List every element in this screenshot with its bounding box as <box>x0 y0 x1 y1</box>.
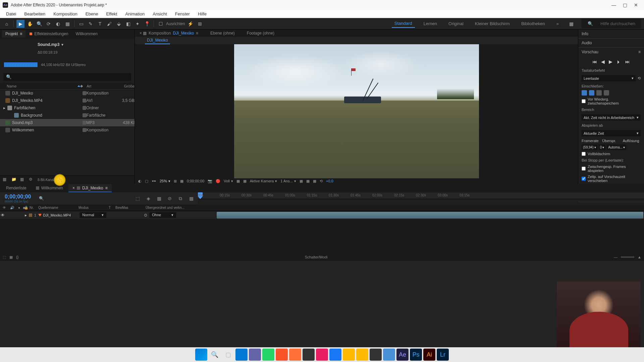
snap-options[interactable]: ⚡ <box>186 20 195 28</box>
project-item[interactable]: WillkommenKomposition <box>0 126 135 134</box>
menu-file[interactable]: Datei <box>3 11 19 17</box>
project-item[interactable]: Sound.mp3MP3438 KI <box>0 119 135 126</box>
switches-label[interactable]: Schalter/Modi <box>305 255 327 259</box>
maximize-icon[interactable]: ▢ <box>623 2 627 8</box>
shortcut-dropdown[interactable]: Leertaste▾ <box>582 75 636 81</box>
col-type[interactable]: Art <box>87 84 118 88</box>
views-dropdown[interactable]: 1 Ans... ▾ <box>280 179 296 183</box>
tl-tool-6[interactable]: ▦ <box>188 196 195 201</box>
fullscreen-checkbox[interactable] <box>582 152 586 156</box>
asset-dropdown-icon[interactable]: ▾ <box>61 42 63 47</box>
flowchart-icon[interactable]: ⟲ <box>320 179 323 183</box>
viewer-tab-layer[interactable]: Ebene (ohne) <box>208 29 237 37</box>
taskbar-teams-icon[interactable] <box>249 349 261 361</box>
region-icon[interactable]: ▦ <box>236 179 240 183</box>
parent-dropdown[interactable]: Ohne▾ <box>149 212 176 218</box>
roto-tool[interactable]: ✦ <box>133 20 142 28</box>
menu-window[interactable]: Fenster <box>172 11 193 17</box>
workspace-libraries[interactable]: Bibliotheken <box>519 20 548 27</box>
col-label-icon[interactable]: ◆ <box>80 84 87 88</box>
resolution-dropdown[interactable]: Voll ▾ <box>224 179 233 183</box>
channel-icon[interactable]: 🔴 <box>216 179 220 183</box>
layer-label-color[interactable] <box>29 214 32 217</box>
taskbar-folder-icon[interactable] <box>356 349 368 361</box>
taskbar-taskview-icon[interactable]: ▢ <box>222 349 234 361</box>
camera-tool[interactable]: ▦ <box>63 20 71 28</box>
include-loop-icon[interactable] <box>604 90 609 96</box>
viewer-canvas[interactable] <box>135 44 578 178</box>
tl-footer-icon-1[interactable]: ⬚ <box>3 255 6 259</box>
help-search[interactable]: 🔍 Hilfe durchsuchen <box>582 19 641 28</box>
new-folder-icon[interactable]: 📁 <box>11 177 17 183</box>
move-time-checkbox[interactable] <box>582 177 586 181</box>
project-settings-icon[interactable]: ⚙ <box>29 177 35 183</box>
text-tool[interactable]: T <box>96 20 104 28</box>
tl-tool-3[interactable]: ▦ <box>156 196 162 201</box>
workspace-original[interactable]: Original <box>446 20 466 27</box>
zoom-slider[interactable] <box>621 256 634 258</box>
project-item[interactable]: ▸FarbflächenOrdner <box>0 104 135 112</box>
tl-footer-icon-3[interactable]: {} <box>16 255 18 259</box>
close-icon[interactable]: ✕ <box>634 2 638 8</box>
tab-renderqueue[interactable]: Renderliste <box>2 184 31 192</box>
snapshot-icon[interactable]: 📷 <box>208 179 212 183</box>
taskbar-search-icon[interactable]: 🔍 <box>209 349 221 361</box>
interpret-icon[interactable]: ▦ <box>3 177 9 183</box>
hand-tool[interactable]: ✋ <box>26 20 34 28</box>
timeline-ruler[interactable]: 00s00:15s00:30s00:45s01:00s01:15s01:30s0… <box>198 192 644 199</box>
pixel-icon[interactable]: ▦ <box>300 179 303 183</box>
taskbar-photoshop-icon[interactable]: Ps <box>410 349 422 361</box>
zoom-out-icon[interactable]: — <box>614 255 618 259</box>
home-icon[interactable]: ⌂ <box>3 20 11 28</box>
mask-icon[interactable]: 👓 <box>152 179 156 183</box>
layer-name[interactable]: DJI_Mexiko.MP4 <box>43 213 71 217</box>
menu-view[interactable]: Ansicht <box>149 11 170 17</box>
range-dropdown[interactable]: Akt. Zeit nicht in Arbeitsbereich▾ <box>582 114 641 121</box>
taskbar-edge-icon[interactable] <box>235 349 248 361</box>
screen-icon[interactable]: ▢ <box>145 179 148 183</box>
puppet-tool[interactable]: 📍 <box>143 20 151 28</box>
fast-preview-icon[interactable]: ▦ <box>306 179 310 183</box>
reset-icon[interactable]: ⟲ <box>638 76 641 80</box>
exposure-value[interactable]: +0,0 <box>326 179 333 183</box>
workspace-small[interactable]: Kleiner Bildschirm <box>472 20 513 27</box>
tl-tool-2[interactable]: ◈ <box>145 196 152 201</box>
tl-footer-icon-2[interactable]: ▦ <box>9 255 13 259</box>
include-video-icon[interactable] <box>582 90 587 96</box>
taskbar-firefox-icon[interactable] <box>289 349 301 361</box>
include-overlay-icon[interactable] <box>596 90 602 96</box>
guides-icon[interactable]: ▦ <box>180 179 183 183</box>
menu-effect[interactable]: Effekt <box>103 11 120 17</box>
menu-help[interactable]: Hilfe <box>195 11 210 17</box>
tl-tool-1[interactable]: ⬚ <box>134 196 141 201</box>
zoom-tool[interactable]: 🔍 <box>35 20 43 28</box>
tab-effect-controls[interactable]: Effekteinstellungen <box>26 30 71 38</box>
selection-tool[interactable]: ▶ <box>16 20 24 28</box>
menu-animation[interactable]: Animation <box>122 11 148 17</box>
timeline-layer-row[interactable]: 👁 ▸ 1 DJI_Mexiko.MP4 Normal▾ ⊙ Ohne▾ <box>0 211 644 219</box>
current-time-display[interactable]: 0;00;00;00 00000 (59,94 fps) <box>0 194 36 203</box>
taskbar-aftereffects-icon[interactable]: Ae <box>396 349 409 361</box>
next-frame-icon[interactable]: ⏵ <box>616 59 621 64</box>
tab-welcome[interactable]: Willkommen <box>72 30 101 38</box>
project-search-input[interactable] <box>3 73 131 81</box>
menu-layer[interactable]: Ebene <box>82 11 102 17</box>
minimize-icon[interactable]: — <box>611 2 616 8</box>
timeline-icon[interactable]: ▦ <box>313 179 316 183</box>
cache-checkbox[interactable] <box>582 99 586 103</box>
project-item[interactable]: DJI_Mexiko.MP4AVI3,5 GB <box>0 97 135 104</box>
cached-frames-checkbox[interactable] <box>582 167 586 171</box>
timeline-search[interactable]: 🔍 <box>39 196 44 201</box>
timecode-display[interactable]: 0;00;00;00 <box>187 179 204 183</box>
section-info[interactable]: Info <box>578 29 644 38</box>
resolution-dropdown-preview[interactable]: Automa...▾ <box>607 144 626 150</box>
last-frame-icon[interactable]: ⏭ <box>625 59 630 64</box>
pen-tool[interactable]: ✎ <box>87 20 95 28</box>
sort-arrow-icon[interactable] <box>77 85 80 87</box>
new-comp-icon[interactable]: ▦ <box>20 177 26 183</box>
prev-frame-icon[interactable]: ◀ <box>601 59 605 64</box>
grid-icon[interactable]: ⊞ <box>174 179 177 183</box>
eraser-tool[interactable]: ◧ <box>124 20 132 28</box>
workspace-more[interactable]: » <box>554 20 561 27</box>
project-item[interactable]: DJI_MexikoKomposition <box>0 89 135 97</box>
